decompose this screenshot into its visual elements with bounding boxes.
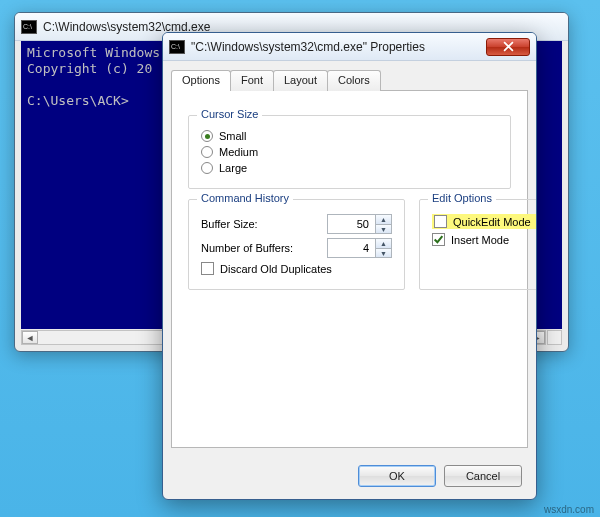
insert-mode-row[interactable]: Insert Mode [432,233,537,246]
buffer-size-row: Buffer Size: ▲ ▼ [201,214,392,234]
close-button[interactable] [486,38,530,56]
properties-body: Options Font Layout Colors Cursor Size S… [171,69,528,453]
spin-up-icon[interactable]: ▲ [376,215,391,224]
checkbox-icon [201,262,214,275]
cursor-medium-row[interactable]: Medium [201,146,498,158]
insert-mode-label: Insert Mode [451,234,509,246]
command-history-legend: Command History [197,192,293,204]
scroll-left-button[interactable]: ◄ [22,331,38,344]
tab-options[interactable]: Options [171,70,231,91]
cmd-line-2: Copyright (c) 20 [27,61,152,76]
properties-dialog: C:\ "C:\Windows\system32\cmd.exe" Proper… [162,32,537,500]
cursor-size-legend: Cursor Size [197,108,262,120]
cursor-large-label: Large [219,162,247,174]
ok-button[interactable]: OK [358,465,436,487]
cmd-line-1: Microsoft Windows [27,45,160,60]
buffer-size-label: Buffer Size: [201,218,321,230]
num-buffers-row: Number of Buffers: ▲ ▼ [201,238,392,258]
quickedit-label: QuickEdit Mode [453,216,531,228]
edit-options-legend: Edit Options [428,192,496,204]
discard-duplicates-row[interactable]: Discard Old Duplicates [201,262,392,275]
tabstrip: Options Font Layout Colors [171,70,528,91]
cursor-small-label: Small [219,130,247,142]
tab-colors[interactable]: Colors [327,70,381,91]
radio-icon [201,146,213,158]
spin-down-icon[interactable]: ▼ [376,248,391,257]
spinner-buttons: ▲ ▼ [375,238,392,258]
command-history-group: Command History Buffer Size: ▲ ▼ Number [188,199,405,290]
buffer-size-spinner[interactable]: ▲ ▼ [327,214,392,234]
spinner-buttons: ▲ ▼ [375,214,392,234]
radio-icon [201,162,213,174]
cursor-medium-label: Medium [219,146,258,158]
cursor-small-row[interactable]: Small [201,130,498,142]
spin-up-icon[interactable]: ▲ [376,239,391,248]
properties-title: "C:\Windows\system32\cmd.exe" Properties [191,40,486,54]
checkbox-icon [432,233,445,246]
cursor-size-group: Cursor Size Small Medium Large [188,115,511,189]
radio-icon [201,130,213,142]
num-buffers-input[interactable] [327,238,375,258]
dialog-footer: OK Cancel [358,465,522,487]
watermark: wsxdn.com [544,504,594,515]
num-buffers-label: Number of Buffers: [201,242,321,254]
spin-down-icon[interactable]: ▼ [376,224,391,233]
tab-layout[interactable]: Layout [273,70,328,91]
num-buffers-spinner[interactable]: ▲ ▼ [327,238,392,258]
checkbox-icon [434,215,447,228]
tab-font[interactable]: Font [230,70,274,91]
cancel-button[interactable]: Cancel [444,465,522,487]
quickedit-row[interactable]: QuickEdit Mode [432,214,537,229]
cmd-icon: C:\ [169,40,185,54]
cmd-prompt: C:\Users\ACK> [27,93,129,108]
cursor-large-row[interactable]: Large [201,162,498,174]
resize-grip[interactable] [547,330,562,345]
discard-duplicates-label: Discard Old Duplicates [220,263,332,275]
cmd-icon: C:\ [21,20,37,34]
edit-options-group: Edit Options QuickEdit Mode Insert Mode [419,199,537,290]
options-panel: Cursor Size Small Medium Large Command H [171,90,528,448]
buffer-size-input[interactable] [327,214,375,234]
properties-titlebar[interactable]: C:\ "C:\Windows\system32\cmd.exe" Proper… [163,33,536,61]
